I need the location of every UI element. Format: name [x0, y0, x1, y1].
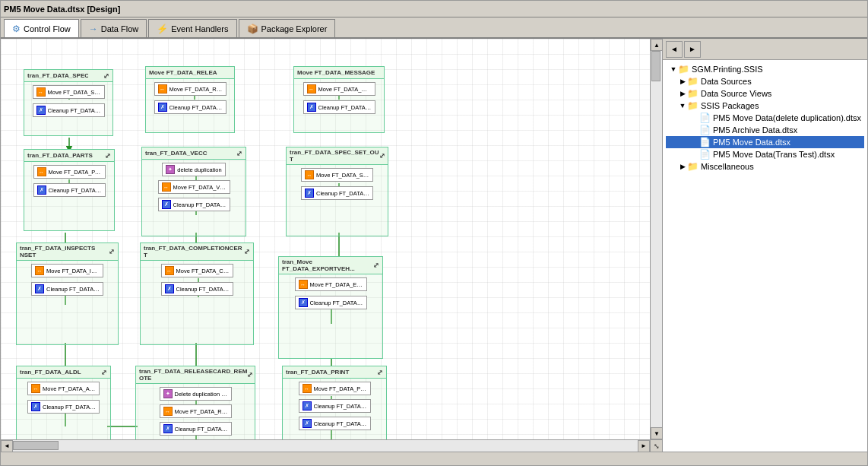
cleanup-icon-12b: ✗ [303, 419, 312, 428]
pkg-body-4: ↔ Move FT_DATA_PARTS ✗ Cleanup FT_DATA_P… [24, 162, 114, 200]
task-cleanup-ft-data-spec-set-out[interactable]: ✗ Cleanup FT_DATA_SPEC_SET_OUT [301, 186, 373, 200]
move-icon: ↔ [36, 87, 46, 97]
pkg-move-ft-data-releasec[interactable]: Move FT_DATA_RELEASEC... ↔ Move FT_DATA_… [145, 66, 235, 133]
expand-icon-5[interactable]: ⤢ [236, 150, 242, 157]
expand-icon-6[interactable]: ⤢ [379, 152, 385, 160]
task-cleanup-ft-data-releasecard[interactable]: ✗ Cleanup FT_DATA_RELEASECARD_REMOTE... [160, 422, 232, 436]
event-handlers-icon: ⚡ [157, 24, 168, 34]
expand-icon-4[interactable]: ⤢ [105, 152, 111, 160]
tree-pm5-delete-duplication-label: PM5 Move Data(delete duplication).dtsx [713, 113, 861, 122]
task-move-ft-data-spec[interactable]: ↔ Move FT_DATA_SPEC... [33, 85, 105, 99]
task-move-ft-data-parts[interactable]: ↔ Move FT_DATA_PARTS [33, 165, 106, 179]
task-cleanup-ft-data-spec[interactable]: ✗ Cleanup FT_DATA_SPEC [33, 103, 105, 117]
scroll-thumb-vertical[interactable] [651, 51, 661, 81]
tree-ssis-packages-expand[interactable]: ▼ [678, 102, 687, 109]
pkg-tran-ft-data-spec-set-out[interactable]: tran_FT_DATA_SPEC_SET_OU T ⤢ ↔ Move FT_D… [286, 147, 388, 236]
expand-icon-1[interactable]: ⤢ [103, 72, 109, 80]
move-icon-10: ↔ [31, 384, 40, 393]
task-dedup-vecc[interactable]: ✦ delete duplication [162, 163, 225, 176]
tree-pm5-archive-data[interactable]: 📄 PM5 Archive Data.dtsx [666, 124, 864, 136]
scroll-up-button[interactable]: ▲ [651, 39, 662, 51]
scroll-track-vertical [651, 51, 662, 427]
tree-root-expand[interactable]: ▼ [669, 65, 678, 73]
task-cleanup-ft-data-parts[interactable]: ✗ Cleanup FT_DATA_PARTS [33, 183, 106, 197]
tree-root[interactable]: ▼ 📁 SGM.Printing.SSIS [666, 63, 864, 75]
expand-icon-8[interactable]: ⤢ [244, 248, 250, 255]
tree-pm5-move-data[interactable]: 📄 PM5 Move Data.dtsx [666, 136, 864, 148]
task-move-ft-data-message[interactable]: ↔ Move FT_DATA_MESSAGE [303, 82, 375, 96]
task-cleanup-ft-data-vecc[interactable]: ✗ Cleanup FT_DATA_VECC [158, 198, 230, 211]
cleanup-icon-11: ✗ [163, 424, 173, 433]
expand-icon-10[interactable]: ⤢ [101, 369, 107, 376]
expand-icon-11[interactable]: ⤢ [247, 371, 253, 379]
tree-pm5-move-data-trans-test-label: PM5 Move Data(Trans Test).dtsx [713, 150, 835, 159]
tab-data-flow[interactable]: → Data Flow [81, 19, 147, 37]
expand-icon-9[interactable]: ⤢ [373, 262, 379, 269]
task-move-ft-data-exportveh[interactable]: ↔ Move FT_DATA_EXPORTIVE... [295, 277, 367, 291]
task-cleanup-ft-data-print-2[interactable]: ✗ Cleanup FT_DATA_PRINT_COMPANYA [299, 417, 371, 430]
tree-pm5-move-data-trans-test[interactable]: 📄 PM5 Move Data(Trans Test).dtsx [666, 148, 864, 160]
expand-icon-12[interactable]: ⤢ [377, 369, 383, 376]
tab-control-flow[interactable]: ⚙ Control Flow [4, 19, 79, 37]
pkg-tran-ft-data-releasecard-remote[interactable]: tran_FT_DATA_RELEASECARD_REM OTE ⤢ ✦ Del… [135, 366, 255, 439]
task-dedup-releasecard[interactable]: ✦ Delete duplication FT_DATA_RELEASECARD… [160, 387, 232, 401]
tree-data-source-views-expand[interactable]: ▶ [678, 90, 687, 97]
right-panel-tree: ▼ 📁 SGM.Printing.SSIS ▶ 📁 Data Sources ▶… [663, 60, 867, 452]
tab-control-flow-label: Control Flow [24, 24, 71, 33]
pkg-tran-ft-data-parts[interactable]: tran_FT_DATA_PARTS ⤢ ↔ Move FT_DATA_PART… [24, 149, 115, 231]
task-move-ft-data-vecc[interactable]: ↔ Move FT_DATA_VECC [158, 180, 230, 194]
scroll-left-button[interactable]: ◄ [1, 440, 13, 452]
toolbar-btn-1[interactable]: ◄ [666, 41, 683, 58]
tab-package-explorer[interactable]: 📦 Package Explorer [239, 19, 336, 37]
pkg-tran-ft-data-spec[interactable]: tran_FT_DATA_SPEC ⤢ ↔ Move FT_DATA_SPEC.… [24, 69, 113, 136]
scroll-right-button[interactable]: ► [638, 440, 650, 452]
tree-data-source-views[interactable]: ▶ 📁 Data Source Views [666, 87, 864, 100]
tree-miscellaneous-expand[interactable]: ▶ [678, 163, 687, 170]
pkg-tran-ft-data-inspects[interactable]: tran_FT_DATA_INSPECTS NSET ⤢ ↔ Move FT_D… [16, 243, 119, 345]
task-cleanup-ft-data-releasec[interactable]: ✗ Cleanup FT_DATA_RELEASEC... [154, 100, 227, 114]
file-icon-2: 📄 [699, 125, 711, 135]
window-title: PM5 Move Data.dtsx [Design] [4, 5, 120, 14]
pkg-body-12: ↔ Move FT_DATA_PRINT ✗ Cleanup FT_DATA_P… [283, 379, 386, 433]
pkg-body-7: ↔ Move FT_DATA_INSPECTS... ✗ Cleanup FT_… [17, 261, 118, 299]
tree-miscellaneous[interactable]: ▶ 📁 Miscellaneous [666, 160, 864, 173]
tab-event-handlers[interactable]: ⚡ Event Handlers [148, 19, 236, 37]
task-cleanup-ft-data-print-1[interactable]: ✗ Cleanup FT_DATA_PRINT [299, 399, 371, 413]
pkg-body-9: ↔ Move FT_DATA_EXPORTIVE... ✗ Cleanup FT… [279, 274, 382, 312]
task-cleanup-ft-data-aldl[interactable]: ✗ Cleanup FT_DATA_ALDL [27, 400, 100, 414]
task-move-ft-data-print[interactable]: ↔ Move FT_DATA_PRINT [299, 382, 371, 395]
tree-data-sources-label: Data Sources [701, 77, 752, 86]
tree-pm5-delete-duplication[interactable]: 📄 PM5 Move Data(delete duplication).dtsx [666, 112, 864, 124]
tree-ssis-packages[interactable]: ▼ 📁 SSIS Packages [666, 100, 864, 112]
task-cleanup-ft-data-inspects[interactable]: ✗ Cleanup FT_DATA_INSPECTS... [31, 282, 103, 296]
task-move-ft-data-completioncert[interactable]: ↔ Move FT_DATA_COMPLETIONCERT [161, 264, 233, 277]
move-icon-12: ↔ [303, 384, 312, 393]
cleanup-icon-7: ✗ [35, 284, 44, 293]
task-move-ft-data-releasec-1[interactable]: ↔ Move FT_DATA_RELEASEC... [154, 82, 227, 96]
task-cleanup-ft-data-exportveh[interactable]: ✗ Cleanup FT_DATA_EXPORTIVE... [295, 296, 367, 309]
pkg-tran-ft-data-print[interactable]: tran_FT_DATA_PRINT ⤢ ↔ Move FT_DATA_PRIN… [282, 366, 387, 439]
toolbar-btn-2[interactable]: ► [684, 41, 701, 58]
task-move-ft-data-spec-set-out[interactable]: ↔ Move FT_DATA_SPEC_SET_OUT [301, 168, 373, 182]
scroll-down-button[interactable]: ▼ [651, 427, 662, 439]
right-panel: ◄ ► ▼ 📁 SGM.Printing.SSIS ▶ 📁 Data Sourc… [662, 39, 867, 452]
task-move-ft-data-inspects[interactable]: ↔ Move FT_DATA_INSPECTS... [31, 264, 103, 277]
pkg-tran-ft-data-aldl[interactable]: tran_FT_DATA_ALDL ⤢ ↔ Move FT_DATA_ALDL … [16, 366, 111, 439]
pkg-move-ft-data-message[interactable]: Move FT_DATA_MESSAGE ↔ Move FT_DATA_MESS… [293, 66, 385, 133]
task-cleanup-ft-data-message[interactable]: ✗ Cleanup FT_DATA_MESSAGE [303, 100, 375, 114]
pkg-tran-ft-data-vecc[interactable]: tran_FT_DATA_VECC ⤢ ✦ delete duplication… [141, 147, 246, 236]
tree-data-sources[interactable]: ▶ 📁 Data Sources [666, 75, 864, 87]
task-cleanup-ft-data-completioncert[interactable]: ✗ Cleanup FT_DATA_COMPLETIONCERT [161, 282, 233, 296]
pkg-tran-ft-data-exportveh[interactable]: tran_Move FT_DATA_EXPORTVEH... ⤢ ↔ Move … [278, 256, 383, 359]
task-move-ft-data-aldl[interactable]: ↔ Move FT_DATA_ALDL [27, 382, 100, 395]
pkg-tran-ft-data-completioncert[interactable]: tran_FT_DATA_COMPLETIONCER T ⤢ ↔ Move FT… [140, 243, 254, 345]
task-move-ft-data-releasecard[interactable]: ↔ Move FT_DATA_RELEASECARD_REMO... [160, 404, 232, 418]
scroll-thumb-horizontal[interactable] [13, 441, 59, 450]
scroll-track-horizontal [13, 440, 638, 452]
pkg-header-3: Move FT_DATA_MESSAGE [294, 67, 384, 79]
expand-icon-7[interactable]: ⤢ [109, 248, 115, 255]
tree-data-sources-expand[interactable]: ▶ [678, 78, 687, 85]
canvas-area[interactable]: tran_FT_DATA_SPEC ⤢ ↔ Move FT_DATA_SPEC.… [1, 39, 650, 439]
root-folder-icon: 📁 [678, 64, 689, 74]
cleanup-icon: ✗ [36, 106, 46, 115]
